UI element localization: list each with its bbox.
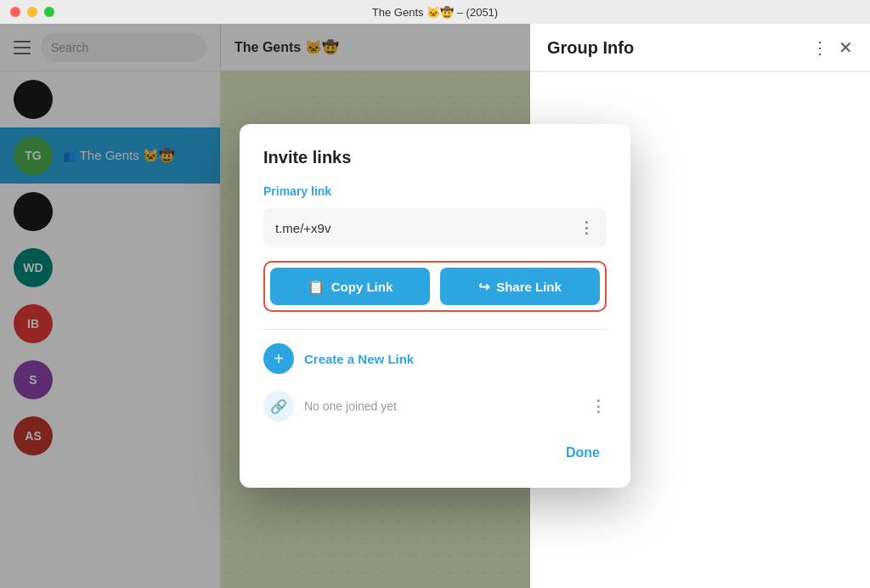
link-value: t.me/+x9v (275, 221, 579, 235)
create-link-row[interactable]: + Create a New Link (263, 343, 607, 374)
no-joined-text: No one joined yet (304, 399, 580, 413)
share-icon: ↪ (478, 279, 489, 295)
create-link-icon: + (263, 343, 294, 374)
action-buttons-row: 📋 Copy Link ↪ Share Link (263, 261, 607, 312)
link-input-row: t.me/+x9v ⋮ (263, 208, 607, 247)
modal-backdrop: Invite links Primary link t.me/+x9v ⋮ 📋 … (0, 24, 870, 588)
copy-link-label: Copy Link (331, 280, 393, 294)
copy-icon: 📋 (308, 279, 325, 295)
link-menu-icon[interactable]: ⋮ (579, 218, 595, 237)
share-link-label: Share Link (496, 280, 562, 294)
share-link-button[interactable]: ↪ Share Link (440, 268, 600, 305)
primary-link-label: Primary link (263, 184, 607, 198)
divider (263, 329, 607, 330)
close-button[interactable] (10, 7, 20, 17)
titlebar-buttons (10, 7, 54, 17)
maximize-button[interactable] (44, 7, 54, 17)
modal-footer: Done (263, 442, 607, 464)
create-link-text: Create a New Link (304, 352, 414, 366)
app-container: Search TG 👥 The Gents 🐱🤠 WD (0, 24, 870, 588)
titlebar: The Gents 🐱🤠 – (2051) (0, 0, 870, 24)
link-avatar-icon: 🔗 (263, 391, 294, 421)
minimize-button[interactable] (27, 7, 37, 17)
invite-links-modal: Invite links Primary link t.me/+x9v ⋮ 📋 … (240, 124, 630, 488)
no-joined-menu-icon[interactable]: ⋮ (590, 397, 607, 416)
no-joined-row: 🔗 No one joined yet ⋮ (263, 387, 607, 425)
copy-link-button[interactable]: 📋 Copy Link (270, 268, 430, 305)
titlebar-title: The Gents 🐱🤠 – (2051) (372, 6, 498, 19)
done-button[interactable]: Done (559, 442, 607, 464)
modal-title: Invite links (263, 148, 607, 167)
